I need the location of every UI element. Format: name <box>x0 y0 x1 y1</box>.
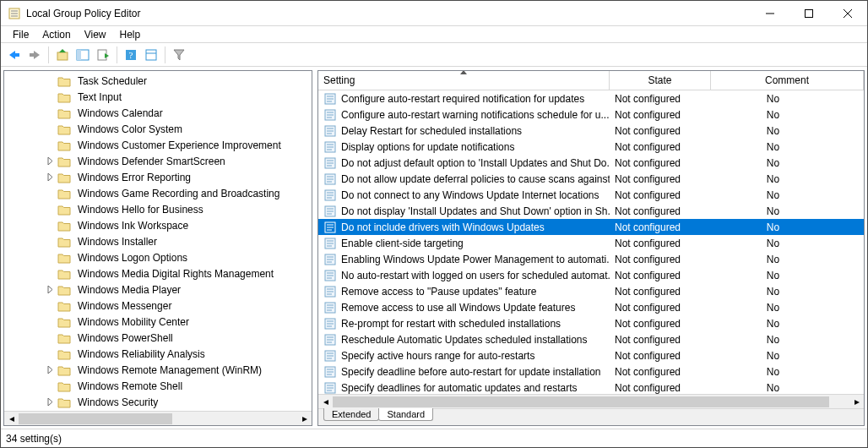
tree-panel: Task SchedulerText InputWindows Calendar… <box>3 70 312 426</box>
tree-item[interactable]: Windows Media Digital Rights Management <box>4 265 312 281</box>
tree-item[interactable]: Windows Update <box>4 410 312 411</box>
tree-item[interactable]: Windows Ink Workspace <box>4 217 312 233</box>
setting-name: Enabling Windows Update Power Management… <box>341 254 610 265</box>
back-button[interactable] <box>5 46 24 64</box>
tree-item[interactable]: Windows Remote Management (WinRM) <box>4 362 312 378</box>
setting-comment: No <box>711 366 864 378</box>
menu-help[interactable]: Help <box>113 27 148 42</box>
list-row[interactable]: Remove access to "Pause updates" feature… <box>318 283 864 299</box>
policy-icon <box>323 269 337 282</box>
setting-comment: No <box>711 334 864 346</box>
svg-marker-10 <box>34 51 40 59</box>
tree-item-label: Windows Defender SmartScreen <box>75 155 228 168</box>
setting-state: Not configured <box>610 109 711 121</box>
list-row[interactable]: Specify deadline before auto-restart for… <box>318 363 864 380</box>
expand-icon[interactable] <box>43 396 57 409</box>
minimize-button[interactable] <box>751 1 789 25</box>
svg-rect-5 <box>806 9 813 17</box>
tree-item[interactable]: Windows Media Player <box>4 281 312 298</box>
policy-icon <box>323 124 337 138</box>
list-row[interactable]: Configure auto-restart warning notificat… <box>318 107 864 123</box>
tree-item[interactable]: Windows Security <box>4 394 312 410</box>
settings-list[interactable]: Configure auto-restart required notifica… <box>318 90 864 394</box>
list-hscrollbar[interactable]: ◂ ▸ <box>318 394 864 408</box>
tree-item[interactable]: Text Input <box>4 89 312 105</box>
list-row[interactable]: Display options for update notifications… <box>318 139 864 155</box>
svg-marker-13 <box>59 49 66 52</box>
tree-item[interactable]: Windows Customer Experience Improvement <box>4 137 312 153</box>
toolbar: ? <box>1 43 867 67</box>
tab-standard[interactable]: Standard <box>378 408 433 421</box>
show-hide-tree-button[interactable] <box>73 46 92 64</box>
menu-file[interactable]: File <box>6 27 35 42</box>
policy-icon <box>323 221 337 234</box>
tree-item[interactable]: Task Scheduler <box>4 73 312 89</box>
tree-item[interactable]: Windows Mobility Center <box>4 314 312 330</box>
tree-item[interactable]: Windows Logon Options <box>4 249 312 265</box>
sort-indicator-icon <box>460 70 467 74</box>
policy-tree[interactable]: Task SchedulerText InputWindows Calendar… <box>4 71 312 411</box>
setting-name: Remove access to use all Windows Update … <box>341 302 575 314</box>
tree-item-label: Windows Messenger <box>75 299 174 313</box>
menu-action[interactable]: Action <box>35 27 77 42</box>
expand-icon[interactable] <box>43 363 57 377</box>
tab-extended[interactable]: Extended <box>323 408 379 421</box>
filter-button[interactable] <box>170 46 188 64</box>
export-list-button[interactable] <box>94 46 112 64</box>
tree-item[interactable]: Windows Remote Shell <box>4 378 312 394</box>
setting-name: Specify deadlines for automatic updates … <box>341 382 578 394</box>
list-row[interactable]: Do not allow update deferral policies to… <box>318 171 864 187</box>
list-row[interactable]: Specify deadlines for automatic updates … <box>318 380 864 394</box>
setting-state: Not configured <box>610 189 711 201</box>
list-row[interactable]: Delay Restart for scheduled installation… <box>318 123 864 139</box>
column-state[interactable]: State <box>610 71 711 90</box>
tree-item[interactable]: Windows Hello for Business <box>4 201 312 217</box>
setting-name: Configure auto-restart required notifica… <box>341 93 584 105</box>
tree-item[interactable]: Windows Calendar <box>4 105 312 121</box>
properties-button[interactable] <box>142 46 160 64</box>
tree-item[interactable]: Windows Error Reporting <box>4 169 312 185</box>
maximize-button[interactable] <box>789 1 828 25</box>
tree-item-label: Windows Calendar <box>75 107 165 120</box>
tree-item[interactable]: Windows Color System <box>4 121 312 137</box>
expand-icon[interactable] <box>43 155 57 168</box>
list-row[interactable]: Re-prompt for restart with scheduled ins… <box>318 315 864 331</box>
up-button[interactable] <box>53 46 72 64</box>
list-row[interactable]: Do not connect to any Windows Update Int… <box>318 187 864 203</box>
help-button[interactable]: ? <box>122 46 140 64</box>
list-row[interactable]: Configure auto-restart required notifica… <box>318 90 864 107</box>
column-comment[interactable]: Comment <box>711 71 864 90</box>
list-row[interactable]: Reschedule Automatic Updates scheduled i… <box>318 331 864 347</box>
list-row[interactable]: Do not include drivers with Windows Upda… <box>318 219 864 235</box>
list-row[interactable]: Enable client-side targetingNot configur… <box>318 235 864 251</box>
list-row[interactable]: No auto-restart with logged on users for… <box>318 267 864 283</box>
list-row[interactable]: Enabling Windows Update Power Management… <box>318 251 864 267</box>
list-row[interactable]: Specify active hours range for auto-rest… <box>318 347 864 363</box>
column-setting[interactable]: Setting <box>318 71 610 90</box>
tree-item[interactable]: Windows PowerShell <box>4 330 312 346</box>
list-row[interactable]: Do not adjust default option to 'Install… <box>318 155 864 171</box>
setting-state: Not configured <box>610 157 711 169</box>
tree-item[interactable]: Windows Defender SmartScreen <box>4 153 312 169</box>
forward-button[interactable] <box>25 46 44 64</box>
tree-item[interactable]: Windows Messenger <box>4 298 312 314</box>
tree-item[interactable]: Windows Installer <box>4 233 312 249</box>
policy-icon <box>323 285 337 298</box>
tree-item[interactable]: Windows Reliability Analysis <box>4 346 312 362</box>
setting-name: Re-prompt for restart with scheduled ins… <box>341 318 561 330</box>
setting-state: Not configured <box>610 221 711 233</box>
setting-comment: No <box>711 318 864 330</box>
expand-icon[interactable] <box>43 171 57 184</box>
expand-icon[interactable] <box>43 283 57 297</box>
folder-icon <box>57 363 72 377</box>
list-row[interactable]: Do not display 'Install Updates and Shut… <box>318 203 864 219</box>
tree-hscrollbar[interactable]: ◂ ▸ <box>4 411 312 425</box>
toolbar-separator <box>48 46 49 63</box>
setting-state: Not configured <box>610 93 711 105</box>
toolbar-separator <box>117 46 117 63</box>
menu-view[interactable]: View <box>78 27 113 42</box>
tree-item-label: Windows Mobility Center <box>75 315 192 329</box>
close-button[interactable] <box>828 1 867 25</box>
tree-item[interactable]: Windows Game Recording and Broadcasting <box>4 185 312 201</box>
list-row[interactable]: Remove access to use all Windows Update … <box>318 299 864 315</box>
